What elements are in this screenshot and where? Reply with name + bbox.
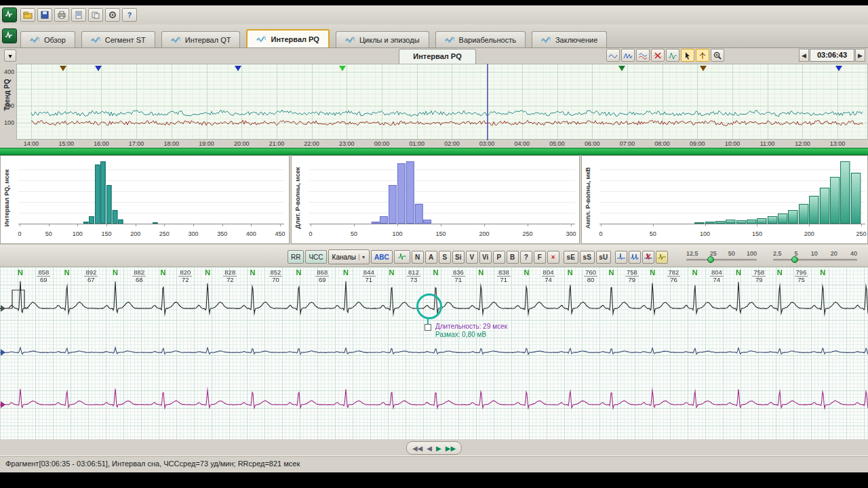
speed-slider[interactable]	[686, 259, 757, 261]
trend-event-marker[interactable]	[835, 66, 842, 71]
collapse-button[interactable]: ▾	[4, 49, 16, 62]
time-back-button[interactable]: ◀	[799, 49, 809, 62]
beat-class-button-4[interactable]: Si	[452, 251, 465, 264]
beat-label[interactable]: N	[524, 268, 529, 277]
trend-event-marker[interactable]	[700, 66, 707, 71]
beat-class-button-9[interactable]: ?	[520, 251, 532, 264]
trend-event-marker[interactable]	[339, 66, 346, 71]
tab-5[interactable]: Циклы и эпизоды	[336, 31, 429, 47]
save-icon[interactable]	[37, 8, 52, 22]
episode-flag-button[interactable]	[656, 251, 668, 264]
measure-cursor-handle[interactable]	[425, 324, 431, 331]
qrs-mark-icon[interactable]	[615, 251, 627, 264]
tab-2[interactable]: Сегмент ST	[81, 31, 155, 47]
report-icon[interactable]	[71, 8, 86, 22]
beat-class-button-11[interactable]: ×	[547, 251, 559, 264]
beat-label[interactable]: N	[250, 268, 255, 277]
qrs-pair-icon[interactable]	[629, 251, 641, 264]
trend-event-marker[interactable]	[235, 66, 241, 71]
trend-peaks-icon[interactable]	[621, 49, 635, 62]
beat-class-button-5[interactable]: V	[466, 251, 478, 264]
trend-event-marker[interactable]	[618, 66, 625, 71]
beat-class-button-2[interactable]: A	[425, 251, 437, 264]
open-icon[interactable]	[20, 8, 35, 22]
gain-slider[interactable]	[773, 259, 857, 261]
gain-slider-thumb[interactable]	[791, 256, 798, 263]
beat-label[interactable]: N	[389, 268, 395, 277]
abc-labels-button[interactable]: ABC	[371, 250, 393, 264]
trend-x-tick: 11:00	[757, 140, 778, 147]
ecg-waveforms[interactable]	[0, 267, 868, 439]
beat-label[interactable]: N	[343, 268, 349, 277]
lead-marker-3[interactable]	[1, 401, 5, 408]
tab-6[interactable]: Вариабельность	[435, 31, 526, 47]
recording-coverage-bar[interactable]	[0, 148, 868, 155]
zoom-in-icon[interactable]	[711, 49, 724, 62]
beat-label[interactable]: N	[650, 268, 655, 277]
beat-label[interactable]: N	[736, 268, 741, 277]
trend-x-tick: 21:00	[266, 140, 288, 147]
beat-class-button-1[interactable]: N	[412, 251, 424, 264]
rr-mode-button[interactable]: RR	[288, 250, 304, 264]
beat-label[interactable]: N	[609, 268, 614, 277]
time-forward-button[interactable]: ▶	[855, 49, 865, 62]
lead-marker-2[interactable]	[1, 349, 5, 356]
help-icon[interactable]: ?	[122, 8, 137, 22]
play-button[interactable]: ▶	[436, 445, 441, 452]
beat-label[interactable]: N	[820, 268, 825, 277]
beat-label[interactable]: N	[433, 268, 438, 277]
pointer-icon[interactable]	[681, 49, 694, 62]
beat-class-button-7[interactable]: P	[493, 251, 505, 264]
beat-class-button-8[interactable]: B	[507, 251, 519, 264]
beat-label[interactable]: N	[478, 268, 484, 277]
qrs-delete-icon[interactable]	[642, 251, 654, 264]
tab-3[interactable]: Интервал QT	[161, 31, 241, 47]
settings-icon[interactable]	[105, 8, 120, 22]
beat-label[interactable]: N	[568, 268, 573, 277]
trend-chart[interactable]	[16, 64, 868, 140]
measure-cursor-circle[interactable]	[416, 293, 442, 319]
tab-1[interactable]: Обзор	[20, 31, 75, 47]
beat-label[interactable]: N	[161, 268, 166, 277]
beat-class-button-10[interactable]: F	[534, 251, 546, 264]
ecg-strip-area: NNNNNNNNNNNNNNNNNNN858698926788268820728…	[0, 267, 868, 439]
tab-7[interactable]: Заключение	[532, 31, 607, 47]
strip-class-button-2[interactable]: sS	[580, 251, 595, 264]
beat-class-button-6[interactable]: Vi	[479, 251, 492, 264]
beat-class-button-3[interactable]: S	[439, 251, 451, 264]
beat-label[interactable]: N	[18, 268, 23, 277]
tab-4[interactable]: Интервал PQ	[246, 29, 329, 47]
fast-backward-button[interactable]: ◀◀	[412, 445, 422, 452]
histogram-x-tick: 250	[156, 230, 172, 237]
beat-label[interactable]: N	[64, 268, 70, 277]
tab-label: Интервал PQ	[271, 35, 319, 43]
strip-class-button-1[interactable]: sE	[564, 251, 578, 264]
wave-filter-button[interactable]	[394, 250, 410, 264]
hr-mode-button[interactable]: ЧСС	[305, 250, 326, 264]
beat-label[interactable]: N	[113, 268, 118, 277]
trend-event-marker[interactable]	[95, 66, 102, 71]
trend-alt-icon[interactable]	[666, 49, 679, 62]
speed-ticks: 12,52550100	[686, 250, 757, 257]
trend-event-marker[interactable]	[60, 66, 66, 71]
trend-time-cursor[interactable]	[487, 64, 488, 140]
beat-measurements: 82072	[173, 269, 197, 283]
fast-forward-button[interactable]: ▶▶	[446, 445, 456, 452]
strip-class-button-3[interactable]: sU	[596, 251, 611, 264]
step-backward-button[interactable]: ◀	[427, 445, 432, 452]
trend-title-tab[interactable]: Интервал PQ	[399, 49, 476, 64]
beat-label[interactable]: N	[205, 268, 210, 277]
trend-dual-icon[interactable]	[636, 49, 650, 62]
lead-marker-1[interactable]	[1, 305, 5, 312]
trend-line-icon[interactable]	[606, 49, 620, 62]
copy-icon[interactable]	[88, 8, 103, 22]
ruler-cursor-icon[interactable]	[696, 49, 709, 62]
print-icon[interactable]	[54, 8, 69, 22]
trend-x-tick: 09:00	[686, 140, 708, 147]
channels-dropdown[interactable]: Каналы ▾	[328, 249, 370, 264]
trend-off-icon[interactable]	[651, 49, 665, 62]
speed-slider-thumb[interactable]	[707, 256, 714, 263]
beat-label[interactable]: N	[692, 268, 698, 277]
beat-label[interactable]: N	[777, 268, 783, 277]
beat-label[interactable]: N	[296, 268, 302, 277]
